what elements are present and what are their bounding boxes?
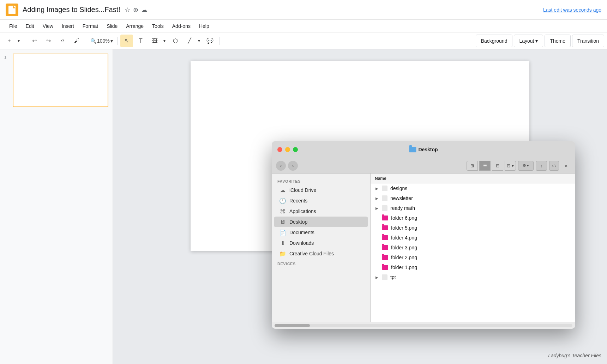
menu-insert[interactable]: Insert xyxy=(58,22,78,30)
theme-button[interactable]: Theme xyxy=(545,35,571,47)
slide-thumbnail-row-1: 1 xyxy=(3,52,110,109)
expand-arrow-tpt[interactable]: ▶ xyxy=(375,275,379,279)
slide-thumbnail-1[interactable] xyxy=(13,54,108,107)
redo-button[interactable]: ↪ xyxy=(42,35,55,47)
file-row-folder3[interactable]: ▶ folder 3.png xyxy=(371,243,575,253)
sidebar-label-recents: Recents xyxy=(289,198,307,204)
menu-arrange[interactable]: Arrange xyxy=(122,22,147,30)
paint-format-button[interactable]: 🖌 xyxy=(70,35,83,47)
file-row-newsletter[interactable]: ▶ newsletter xyxy=(371,193,575,203)
tag-button[interactable]: ⬭ xyxy=(549,161,559,171)
layout-button[interactable]: Layout ▾ xyxy=(514,35,543,47)
background-button[interactable]: Background xyxy=(476,35,513,47)
undo-button[interactable]: ↩ xyxy=(28,35,41,47)
app-shell: Adding Images to Slides...Fast! ☆ ⊕ ☁ La… xyxy=(0,0,607,364)
file-row-ready-math[interactable]: ▶ ready math xyxy=(371,203,575,213)
zoom-value: 100% xyxy=(97,38,110,44)
settings-chevron: ▾ xyxy=(527,163,529,168)
finder-dialog: Desktop ‹ › ⊞ ☰ ⊟ ⊡ ▾ ⚙ ▾ xyxy=(272,141,575,329)
sidebar-item-icloud[interactable]: ☁ iCloud Drive xyxy=(274,185,368,195)
menu-tools[interactable]: Tools xyxy=(149,22,167,30)
menu-edit[interactable]: Edit xyxy=(22,22,38,30)
maximize-window-button[interactable] xyxy=(293,147,298,152)
file-row-folder6[interactable]: ▶ folder 6.png xyxy=(371,213,575,223)
column-view-button[interactable]: ⊟ xyxy=(492,161,503,171)
folder-move-icon[interactable]: ⊕ xyxy=(133,6,138,14)
menu-help[interactable]: Help xyxy=(196,22,213,30)
zoom-dropdown[interactable]: 🔍 100% ▾ xyxy=(89,35,114,47)
document-title: Adding Images to Slides...Fast! xyxy=(23,6,120,14)
add-slide-button[interactable]: + xyxy=(3,35,16,47)
separator-4 xyxy=(219,37,220,45)
expand-arrow-designs[interactable]: ▶ xyxy=(375,186,379,190)
back-button[interactable]: ‹ xyxy=(276,161,286,171)
horizontal-scrollbar[interactable] xyxy=(275,324,572,327)
add-dropdown-button[interactable]: ▾ xyxy=(16,35,22,47)
finder-title: Desktop xyxy=(409,147,438,152)
icon-view-button[interactable]: ⊞ xyxy=(467,161,478,171)
folder-icon-folder4 xyxy=(382,235,388,240)
filename-folder1: folder 1.png xyxy=(391,265,417,270)
image-dropdown-button[interactable]: ▾ xyxy=(161,35,168,47)
file-row-tpt[interactable]: ▶ tpt xyxy=(371,272,575,282)
sidebar-label-desktop: Desktop xyxy=(289,219,307,225)
file-row-folder5[interactable]: ▶ folder 5.png xyxy=(371,223,575,233)
sidebar-item-downloads[interactable]: ⬇ Downloads xyxy=(274,238,368,248)
minimize-window-button[interactable] xyxy=(285,147,290,152)
favorites-section-label: Favorites xyxy=(272,176,370,185)
shape-button[interactable]: ⬡ xyxy=(169,35,182,47)
sidebar-item-documents[interactable]: 📄 Documents xyxy=(274,227,368,238)
zoom-chevron: ▾ xyxy=(110,38,113,44)
gallery-view-button[interactable]: ⊡ ▾ xyxy=(505,161,516,171)
textbox-button[interactable]: T xyxy=(134,35,147,47)
print-button[interactable]: 🖨 xyxy=(56,35,69,47)
menu-slide[interactable]: Slide xyxy=(103,22,121,30)
cloud-save-icon[interactable]: ☁ xyxy=(141,6,148,14)
finder-view-buttons: ⊞ ☰ ⊟ ⊡ ▾ xyxy=(467,161,516,171)
close-window-button[interactable] xyxy=(277,147,282,152)
line-group: ╱ ▾ xyxy=(183,35,202,47)
finder-content[interactable]: Name ▶ designs ▶ newsletter xyxy=(371,174,575,322)
expand-arrow-ready-math[interactable]: ▶ xyxy=(375,206,379,210)
file-row-folder2[interactable]: ▶ folder 2.png xyxy=(371,253,575,262)
folder-icon-folder2 xyxy=(382,255,388,260)
menu-addons[interactable]: Add-ons xyxy=(169,22,194,30)
list-view-button[interactable]: ☰ xyxy=(479,161,491,171)
finder-sidebar: Favorites ☁ iCloud Drive 🕒 Recents ⌘ App… xyxy=(272,174,371,322)
horizontal-scrollbar-thumb[interactable] xyxy=(275,324,310,327)
file-row-designs[interactable]: ▶ designs xyxy=(371,183,575,193)
settings-button[interactable]: ⚙ ▾ xyxy=(518,161,534,171)
finder-titlebar: Desktop xyxy=(272,141,575,158)
menu-file[interactable]: File xyxy=(6,22,21,30)
file-row-folder4[interactable]: ▶ folder 4.png xyxy=(371,233,575,243)
transition-button[interactable]: Transition xyxy=(572,35,604,47)
share-button[interactable]: ↑ xyxy=(536,161,547,171)
line-button[interactable]: ╱ xyxy=(183,35,196,47)
line-dropdown-button[interactable]: ▾ xyxy=(196,35,202,47)
comment-button[interactable]: 💬 xyxy=(204,35,216,47)
menu-format[interactable]: Format xyxy=(79,22,102,30)
sidebar-item-creative-cloud[interactable]: 📁 Creative Cloud Files xyxy=(274,248,368,259)
sidebar-item-applications[interactable]: ⌘ Applications xyxy=(274,206,368,217)
last-edit-status[interactable]: Last edit was seconds ago xyxy=(543,7,601,13)
image-button[interactable]: 🖼 xyxy=(149,35,161,47)
folder-icon-newsletter xyxy=(382,195,387,201)
select-tool-button[interactable]: ↖ xyxy=(120,35,133,47)
star-icon[interactable]: ☆ xyxy=(125,6,130,14)
separator-1 xyxy=(25,37,25,45)
window-controls xyxy=(277,147,298,152)
menu-view[interactable]: View xyxy=(39,22,57,30)
menu-bar: File Edit View Insert Format Slide Arran… xyxy=(0,20,607,32)
title-bar: Adding Images to Slides...Fast! ☆ ⊕ ☁ La… xyxy=(0,0,607,20)
file-row-folder1[interactable]: ▶ folder 1.png xyxy=(371,262,575,272)
separator-3 xyxy=(117,37,118,45)
canvas-area[interactable]: Desktop ‹ › ⊞ ☰ ⊟ ⊡ ▾ ⚙ ▾ xyxy=(113,49,607,364)
column-header-name: Name xyxy=(371,174,575,183)
sidebar-item-recents[interactable]: 🕒 Recents xyxy=(274,195,368,206)
forward-button[interactable]: › xyxy=(288,161,298,171)
sidebar-label-creative-cloud: Creative Cloud Files xyxy=(289,251,334,256)
watermark: Ladybug's Teacher Files xyxy=(548,353,601,358)
sidebar-item-desktop[interactable]: 🖥 Desktop xyxy=(274,217,368,227)
expand-arrow-newsletter[interactable]: ▶ xyxy=(375,196,379,200)
more-button[interactable]: » xyxy=(561,161,571,171)
